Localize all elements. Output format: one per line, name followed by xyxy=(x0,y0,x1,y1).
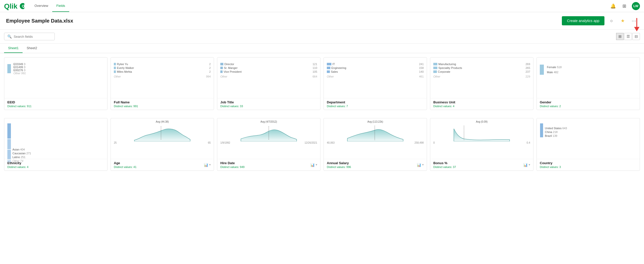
search-box: 🔍 xyxy=(4,33,55,40)
max-bonus: 0.4 xyxy=(527,141,530,144)
nav-fields[interactable]: Fields xyxy=(52,0,69,12)
card-hiredate: Avg (4/7/2012) 1/9/1992 12/26/2021 xyxy=(217,118,320,171)
table-view-btn[interactable]: ⊟ xyxy=(632,33,640,40)
sheet-tabs: Sheet1 Sheet2 xyxy=(0,44,644,53)
svg-text:Q: Q xyxy=(22,4,24,8)
avatar[interactable]: LW xyxy=(632,2,640,10)
card-bonus: Avg (0.09) 0 0.4 xyxy=(430,118,533,171)
avg-salary: Avg (113.22k) xyxy=(327,120,424,123)
main-content: E03349 3 E01499 3 E00276 3 Other 991 EEI… xyxy=(0,53,644,175)
chart-icon-salary[interactable]: 📊 xyxy=(417,163,421,167)
list-view-btn[interactable]: ☰ xyxy=(624,33,632,40)
distinct-country: Distinct values: 3 xyxy=(540,165,637,168)
card-fullname: Rylee Yu 2 Everly Walker 2 Miles Mehta 2 xyxy=(111,57,214,110)
card-ethnicity: Asian 404 Caucasian 271 Latino 251 Other… xyxy=(4,118,108,171)
field-name-bizunit: Business Unit xyxy=(433,100,530,104)
logo: Qlik Q xyxy=(4,2,24,10)
card-department: IT 241 Engineering 158 Sales 140 Oth xyxy=(324,57,427,110)
toolbar: 🔍 ⊞ ☰ ⊟ xyxy=(0,30,644,44)
bell-icon[interactable]: 🔔 xyxy=(610,3,617,10)
view-controls: ⊞ ☰ ⊟ xyxy=(616,33,640,40)
chevron-down-hiredate[interactable]: ▾ xyxy=(316,163,317,167)
chart-icon-age[interactable]: 📊 xyxy=(204,163,208,167)
distinct-ethnicity: Distinct values: 4 xyxy=(7,165,104,168)
sub-header: Employee Sample Data.xlsx Create analyti… xyxy=(0,12,644,30)
max-salary: 258,498 xyxy=(415,141,424,144)
min-age: 25 xyxy=(114,141,117,144)
chart-icon-hiredate[interactable]: 📊 xyxy=(310,163,315,167)
card-eeid: E03349 3 E01499 3 E00276 3 Other 991 EEI… xyxy=(4,57,108,110)
card-jobtitle: Director 121 Sr. Manger 110 Vice Preside… xyxy=(217,57,320,110)
star-icon[interactable]: ★ xyxy=(619,17,627,25)
chevron-down-bonus[interactable]: ▾ xyxy=(529,163,530,167)
grid-icon[interactable]: ⊞ xyxy=(621,3,628,10)
distinct-hiredate: Distinct values: 949 xyxy=(220,165,244,168)
header: Qlik Q Overview Fields 🔔 ⊞ LW xyxy=(0,0,644,12)
min-bonus: 0 xyxy=(433,141,435,144)
avg-bonus: Avg (0.09) xyxy=(433,120,530,123)
distinct-bonus: Distinct values: 37 xyxy=(433,165,456,168)
max-hiredate: 12/26/2021 xyxy=(305,141,317,144)
search-icon: 🔍 xyxy=(7,34,12,39)
field-name-fullname: Full Name xyxy=(114,100,211,104)
tab-sheet1[interactable]: Sheet1 xyxy=(4,44,23,53)
create-analytics-btn[interactable]: Create analytics app xyxy=(562,16,604,25)
header-right: 🔔 ⊞ LW xyxy=(610,2,640,10)
grid-view-btn[interactable]: ⊞ xyxy=(616,33,624,40)
svg-text:Qlik: Qlik xyxy=(4,2,17,10)
chevron-down-salary[interactable]: ▾ xyxy=(422,163,424,167)
svg-marker-4 xyxy=(634,27,639,31)
field-name-age: Age xyxy=(114,161,136,165)
card-age: Avg (44.38) 25 65 xyxy=(111,118,214,171)
distinct-dept: Distinct values: 7 xyxy=(327,105,424,108)
max-age: 65 xyxy=(208,141,211,144)
field-name-bonus: Bonus % xyxy=(433,161,456,165)
chevron-down-age[interactable]: ▾ xyxy=(209,163,211,167)
field-name-dept: Department xyxy=(327,100,424,104)
field-name-jobtitle: Job Title xyxy=(220,100,317,104)
avg-hiredate: Avg (4/7/2012) xyxy=(220,120,317,123)
distinct-salary: Distinct values: 996 xyxy=(327,165,351,168)
tab-sheet2[interactable]: Sheet2 xyxy=(23,44,41,53)
card-gender: Female 518 Male 482 Gender Distinct valu… xyxy=(536,57,640,110)
field-name-gender: Gender xyxy=(540,100,637,104)
search-input[interactable] xyxy=(14,35,51,39)
circle-icon[interactable]: ○ xyxy=(607,17,616,25)
field-name-salary: Annual Salary xyxy=(327,161,351,165)
field-name-country: Country xyxy=(540,161,637,165)
field-name-hiredate: Hire Date xyxy=(220,161,244,165)
avg-age: Avg (44.38) xyxy=(114,120,211,123)
distinct-age: Distinct values: 41 xyxy=(114,165,136,168)
card-country: United States 643 China 218 Brazil 139 C… xyxy=(536,118,640,171)
distinct-jobtitle: Distinct values: 33 xyxy=(220,105,317,108)
distinct-bizunit: Distinct values: 4 xyxy=(433,105,530,108)
sub-header-actions: Create analytics app ○ ★ ⋯ xyxy=(562,16,638,25)
distinct-gender: Distinct values: 2 xyxy=(540,105,637,108)
main-nav: Overview Fields xyxy=(30,0,69,12)
card-businessunit: Manufacturing 269 Speciality Products 26… xyxy=(430,57,533,110)
min-salary: 40,063 xyxy=(327,141,335,144)
cards-row-1: E03349 3 E01499 3 E00276 3 Other 991 EEI… xyxy=(0,53,644,114)
card-salary: Avg (113.22k) 40,063 258,498 xyxy=(324,118,427,171)
min-hiredate: 1/9/1992 xyxy=(220,141,230,144)
cards-row-2: Asian 404 Caucasian 271 Latino 251 Other… xyxy=(0,114,644,175)
page-title: Employee Sample Data.xlsx xyxy=(6,18,73,24)
field-name-eeid: EEID xyxy=(7,100,104,104)
distinct-eeid: Distinct values: 911 xyxy=(7,105,104,108)
nav-overview[interactable]: Overview xyxy=(30,0,52,12)
chart-icon-bonus[interactable]: 📊 xyxy=(523,163,528,167)
distinct-fullname: Distinct values: 991 xyxy=(114,105,211,108)
